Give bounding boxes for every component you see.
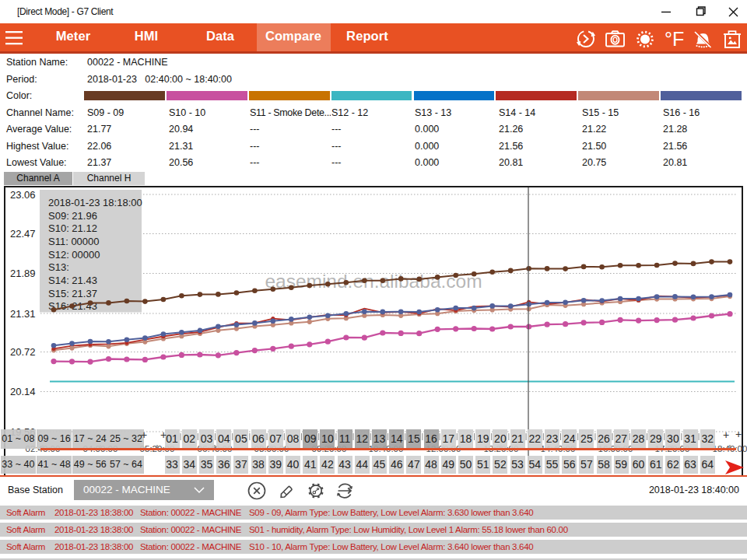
svg-text:S12: 00000: S12: 00000 xyxy=(48,249,100,261)
svg-text:S10: 21.12: S10: 21.12 xyxy=(48,222,97,234)
svg-text:21.31: 21.31 xyxy=(10,308,36,320)
svg-text:22.47: 22.47 xyxy=(10,228,36,240)
svg-text:20.72: 20.72 xyxy=(10,346,36,358)
svg-text:S15: 21.37: S15: 21.37 xyxy=(48,288,97,299)
svg-text:21.89: 21.89 xyxy=(10,268,36,279)
svg-text:S09: 21.96: S09: 21.96 xyxy=(48,210,97,222)
svg-text:2018-01-23 18:18:00: 2018-01-23 18:18:00 xyxy=(48,197,142,208)
svg-text:S11: 00000: S11: 00000 xyxy=(48,236,100,247)
svg-text:S14: 21.43: S14: 21.43 xyxy=(48,275,97,286)
svg-text:20.14: 20.14 xyxy=(10,386,36,397)
svg-text:23.06: 23.06 xyxy=(10,189,36,201)
svg-text:°F: °F xyxy=(665,30,684,50)
svg-text:S13:: S13: xyxy=(48,261,69,273)
